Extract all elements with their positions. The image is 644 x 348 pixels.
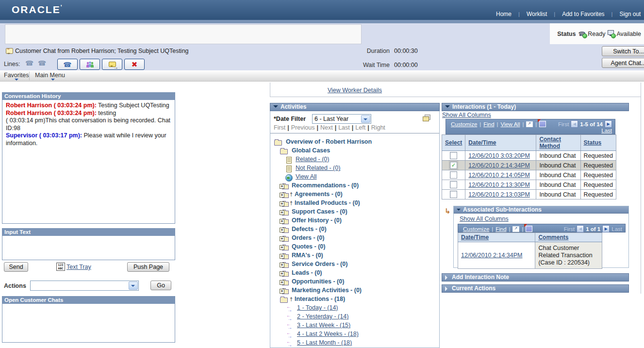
row-checkbox-checked[interactable]	[450, 162, 457, 169]
view-all-link[interactable]: View All	[500, 121, 520, 127]
zoom-grid-icon[interactable]	[512, 226, 519, 232]
tree-node[interactable]: Leads - (0)	[292, 269, 322, 276]
col-comments[interactable]: Comments	[538, 234, 568, 241]
folder-expand-icon[interactable]	[282, 219, 289, 224]
nav-sign-out[interactable]: Sign out	[619, 11, 641, 17]
view-worker-details-link[interactable]: View Worker Details	[328, 87, 382, 94]
pager-last-link[interactable]: Last	[601, 128, 612, 133]
interaction-datetime-link[interactable]: 12/06/2010 2:13:30PM	[468, 182, 530, 188]
folder-open-icon[interactable]	[274, 140, 282, 146]
interactions-header[interactable]: Interactions (1 - Today)	[442, 103, 629, 111]
zoom-grid-icon[interactable]	[526, 121, 533, 127]
tree-node[interactable]: Opportunities - (0)	[292, 278, 344, 285]
download-grid-icon[interactable]	[526, 226, 532, 232]
col-status[interactable]: Status	[584, 139, 602, 146]
date-filter-select[interactable]: 6 - Last Year	[312, 114, 371, 124]
text-tray-link[interactable]: Text Tray	[66, 264, 91, 270]
folder-open-icon[interactable]	[280, 149, 288, 154]
menu-favorites[interactable]: Favorites	[4, 72, 29, 79]
tree-node[interactable]: Quotes - (0)	[292, 243, 325, 250]
next-page-icon[interactable]	[605, 120, 612, 128]
folder-expand-icon[interactable]	[282, 211, 289, 215]
col-datetime[interactable]: Date/Time	[468, 139, 496, 146]
tree-node[interactable]: Agreements - (0)	[295, 191, 343, 198]
find-link[interactable]: Find	[495, 226, 506, 232]
download-grid-icon[interactable]	[539, 121, 546, 127]
conference-button[interactable]	[80, 59, 100, 70]
tree-nav-previous[interactable]: Previous	[291, 124, 315, 131]
folder-expand-icon[interactable]	[282, 254, 289, 259]
tree-node[interactable]: Service Orders - (0)	[292, 261, 347, 267]
tree-nav-first[interactable]: First	[274, 124, 285, 131]
interaction-datetime-link[interactable]: 12/06/2010 2:13:03PM	[468, 191, 530, 198]
tree-link[interactable]: Related - (0)	[296, 156, 329, 163]
tree-link[interactable]: View All	[296, 173, 317, 180]
tree-node[interactable]: Installed Products - (0)	[295, 199, 360, 206]
tree-nav-right[interactable]: Right	[371, 124, 385, 131]
tree-node[interactable]: RMA's - (0)	[292, 252, 323, 259]
tree-node[interactable]: Support Cases - (0)	[292, 208, 347, 215]
tree-link[interactable]: 5 - Last Month - (18)	[297, 339, 352, 346]
menu-main-menu[interactable]: Main Menu	[35, 72, 65, 79]
send-button[interactable]: Send	[4, 262, 28, 272]
add-interaction-note-header[interactable]: Add Interaction Note	[442, 273, 629, 282]
tree-link[interactable]: 2 - Yesterday - (14)	[297, 313, 348, 320]
previous-page-icon[interactable]	[577, 225, 584, 232]
tree-node[interactable]: Defects - (0)	[292, 226, 327, 232]
tree-nav-next[interactable]: Next	[320, 124, 333, 131]
chat-status-icon[interactable]	[608, 31, 614, 37]
show-all-columns-link[interactable]: Show All Columns	[460, 215, 509, 222]
tree-link[interactable]: 1 - Today - (14)	[297, 304, 338, 311]
agent-chat-button[interactable]: Agent Chat...	[602, 58, 644, 68]
tree-link[interactable]: 4 - Last 2 Weeks - (18)	[297, 331, 359, 337]
sub-interactions-header[interactable]: Associated Sub-Interactions	[454, 206, 628, 214]
nav-add-to-favorites[interactable]: Add to Favorites	[562, 11, 604, 17]
row-checkbox[interactable]	[450, 191, 457, 198]
select-chevron-icon[interactable]	[129, 282, 138, 290]
interaction-datetime-link[interactable]: 12/06/2010 2:14:05PM	[468, 172, 530, 179]
folder-expand-icon[interactable]	[282, 237, 289, 242]
personalize-icon[interactable]	[423, 115, 430, 121]
tree-nav-last[interactable]: Last	[338, 124, 350, 131]
find-link[interactable]: Find	[483, 121, 494, 127]
folder-expand-icon[interactable]	[282, 228, 289, 233]
tree-node[interactable]: Interactions - (18)	[295, 296, 345, 302]
col-datetime[interactable]: Date/Time	[461, 234, 489, 241]
tree-node[interactable]: Marketing Activities - (0)	[292, 287, 362, 294]
chat-input[interactable]	[2, 236, 175, 260]
switch-to-button[interactable]: Switch To...	[602, 46, 644, 56]
customize-link[interactable]: Customize	[463, 226, 489, 232]
line-1-phone-icon[interactable]: ☎	[25, 60, 33, 66]
go-button[interactable]: Go	[150, 281, 171, 290]
interaction-datetime-link[interactable]: 12/06/2010 3:03:20PM	[468, 152, 530, 159]
current-actions-header[interactable]: Current Actions	[442, 284, 629, 293]
tree-node[interactable]: Offer History - (0)	[292, 217, 342, 224]
folder-expand-icon[interactable]	[282, 184, 289, 189]
folder-expand-icon[interactable]	[282, 263, 289, 268]
next-page-icon[interactable]	[602, 225, 610, 232]
customize-link[interactable]: Customize	[451, 121, 477, 127]
folder-expand-icon[interactable]	[282, 202, 289, 207]
folder-expand-icon[interactable]	[282, 272, 289, 277]
phone-status-icon[interactable]: ☎	[578, 31, 585, 37]
dial-button[interactable]: ☎	[57, 59, 78, 70]
line-2-phone-icon[interactable]: ☎	[38, 60, 46, 66]
tree-node[interactable]: Recommendations - (0)	[292, 182, 359, 189]
col-select[interactable]: Select	[445, 139, 462, 146]
end-chat-button[interactable]: ✖	[124, 59, 145, 70]
folder-expand-icon[interactable]	[282, 281, 289, 285]
sub-interaction-datetime-link[interactable]: 12/06/2010 2:14:34PM	[461, 252, 523, 259]
folder-expand-icon[interactable]	[282, 246, 289, 250]
folder-expand-icon[interactable]	[282, 193, 289, 198]
previous-page-icon[interactable]	[571, 120, 578, 128]
nav-home[interactable]: Home	[496, 11, 512, 17]
row-checkbox[interactable]	[450, 152, 457, 159]
tree-link[interactable]: 3 - Last Week - (15)	[297, 322, 350, 329]
row-checkbox[interactable]	[450, 171, 457, 179]
actions-select[interactable]	[30, 281, 139, 291]
forward-chat-button[interactable]	[102, 59, 122, 70]
tree-node[interactable]: Global Cases	[292, 147, 330, 154]
row-checkbox[interactable]	[450, 181, 457, 188]
tree-node[interactable]: Overview of - Robert Harrison	[286, 138, 372, 145]
tree-node[interactable]: Orders - (0)	[292, 234, 324, 241]
